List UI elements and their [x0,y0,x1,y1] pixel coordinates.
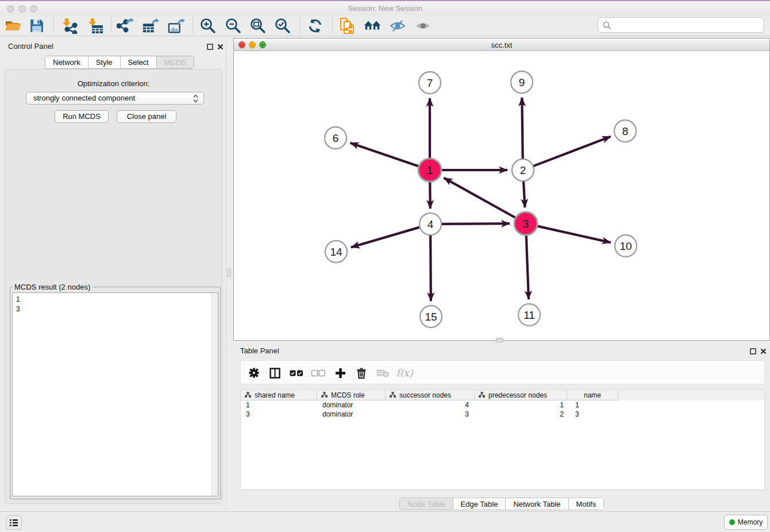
edge-3-1[interactable] [444,178,515,218]
table-tabs: Node TableEdge TableNetwork TableMotifs [399,498,604,510]
optimization-criterion-select[interactable]: strongly connected component [26,92,204,105]
zoom-in-icon[interactable] [199,17,217,34]
table-body: 1dominator4113dominator323 [241,400,764,419]
svg-text:1: 1 [427,164,433,176]
titlebar: Session: New Session [0,1,770,15]
svg-text:11: 11 [523,309,535,321]
column-header-successor-nodes[interactable]: successor nodes [386,390,475,400]
edge-1-6[interactable] [351,143,419,166]
svg-text:2: 2 [520,164,526,176]
node-table[interactable]: shared nameMCDS rolesuccessor nodesprede… [240,390,765,490]
node-9[interactable]: 9 [511,71,533,93]
node-4[interactable]: 4 [419,213,441,235]
node-2[interactable]: 2 [512,159,534,181]
node-14[interactable]: 14 [325,241,347,263]
refresh-icon[interactable] [307,17,324,34]
svg-text:4: 4 [428,218,434,230]
edge-3-11[interactable] [526,236,529,299]
control-panel-title: Control Panel [8,42,53,51]
show-eye-icon[interactable] [414,17,432,34]
zoom-selected-icon[interactable] [274,17,291,34]
tab-mcds[interactable]: MCDS [157,56,194,68]
node-15[interactable]: 15 [420,306,442,327]
table-header: shared nameMCDS rolesuccessor nodesprede… [241,390,764,400]
export-image-icon[interactable] [168,17,185,34]
import-table-icon[interactable] [87,17,104,34]
node-10[interactable]: 10 [615,235,637,257]
table-toolbar: f(x) [240,360,765,384]
node-8[interactable]: 8 [614,120,636,142]
close-panel-button[interactable]: Close panel [117,110,176,123]
memory-button[interactable]: Memory [724,515,768,530]
mcds-result-fieldset: MCDS result (2 nodes) 13 [10,283,221,499]
column-header-MCDS-role[interactable]: MCDS role [317,390,386,400]
tab-style[interactable]: Style [88,56,121,68]
window-title: Session: New Session [0,4,770,13]
vertical-splitter-handle[interactable] [227,268,231,277]
save-session-icon[interactable] [28,17,45,34]
node-1[interactable]: 1 [418,159,441,182]
table-cell: 2 [475,410,567,419]
network-canvas[interactable]: 7968124314101511 [234,51,769,340]
deselect-all-icon[interactable] [311,366,326,380]
hide-eye-icon[interactable] [389,17,406,34]
table-panel-title: Table Panel [240,346,279,355]
node-3[interactable]: 3 [514,212,537,235]
column-header-predecessor-nodes[interactable]: predecessor nodes [475,390,567,400]
column-header-name[interactable]: name [567,390,618,400]
select-all-icon[interactable] [289,366,304,380]
search-input[interactable] [598,17,764,33]
zoom-fit-icon[interactable] [249,17,267,34]
mcds-result-values: 13 [16,295,20,314]
result-scrollbar[interactable] [211,293,218,496]
edge-4-3[interactable] [442,223,510,224]
status-bar: Memory [0,511,770,532]
close-table-panel-icon[interactable] [760,346,768,354]
table-settings-gear-icon[interactable] [247,366,261,380]
run-mcds-button[interactable]: Run MCDS [55,110,109,123]
export-network-icon[interactable] [117,17,134,34]
close-panel-icon[interactable] [217,42,225,50]
export-table-icon[interactable] [142,17,159,34]
task-history-button[interactable] [6,515,22,530]
tab-network[interactable]: Network [45,56,88,68]
tab-node-table[interactable]: Node Table [400,498,453,510]
show-columns-icon[interactable] [267,366,282,380]
node-11[interactable]: 11 [518,304,540,326]
network-file-icon[interactable] [338,17,356,34]
main-toolbar [0,15,770,36]
float-panel-icon[interactable] [207,42,215,50]
import-network-icon[interactable] [60,17,78,34]
svg-text:15: 15 [425,311,437,323]
network-window-titlebar: × − + scc.txt [234,38,769,51]
edge-3-10[interactable] [537,226,610,243]
tab-edge-table[interactable]: Edge Table [453,498,506,510]
add-column-icon[interactable] [333,366,348,380]
edge-4-15[interactable] [430,236,431,301]
attribute-icon [321,391,328,399]
table-row[interactable]: 3dominator323 [241,410,764,419]
table-row[interactable]: 1dominator411 [241,400,764,410]
edge-2-9[interactable] [522,98,522,159]
control-panel: Control Panel NetworkStyleSelectMCDS Opt… [0,36,226,511]
table-cell: 3 [241,410,317,419]
float-table-panel-icon[interactable] [750,346,758,354]
edge-4-14[interactable] [351,228,419,248]
tab-select[interactable]: Select [121,56,157,68]
attribute-icon [245,391,251,399]
node-7[interactable]: 7 [419,72,441,94]
column-header-shared-name[interactable]: shared name [241,390,317,400]
table-cell: 3 [567,410,618,419]
home-icon[interactable] [364,17,381,34]
tab-motifs[interactable]: Motifs [569,498,604,510]
horizontal-splitter-handle[interactable] [496,338,503,342]
delete-column-trash-icon[interactable] [354,366,369,380]
edge-2-8[interactable] [534,137,611,166]
table-cell: dominator [317,410,386,419]
open-session-icon[interactable] [4,17,21,34]
edge-2-3[interactable] [523,182,525,207]
node-6[interactable]: 6 [325,127,346,149]
zoom-out-icon[interactable] [225,17,242,34]
table-cell: 1 [241,400,317,410]
tab-network-table[interactable]: Network Table [506,498,568,510]
